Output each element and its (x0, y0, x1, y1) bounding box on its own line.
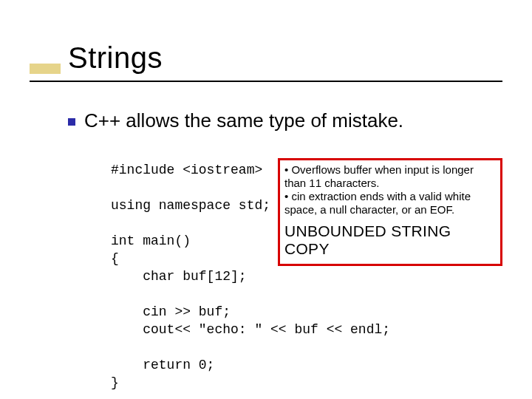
title-underline (30, 81, 502, 82)
accent-bar (30, 64, 61, 74)
bullet-block: C++ allows the same type of mistake. (68, 109, 508, 132)
callout-note-1: • Overflows buffer when input is longer … (284, 163, 496, 190)
bullet-text: C++ allows the same type of mistake. (84, 109, 403, 132)
slide: Strings C++ allows the same type of mist… (0, 0, 532, 399)
callout-note-2: • cin extraction ends with a valid white… (284, 190, 496, 216)
callout-box: • Overflows buffer when input is longer … (278, 158, 502, 266)
callout-headline: UNBOUNDED STRING COPY (284, 222, 496, 258)
bullet-icon (68, 118, 75, 126)
slide-title: Strings (68, 41, 163, 75)
